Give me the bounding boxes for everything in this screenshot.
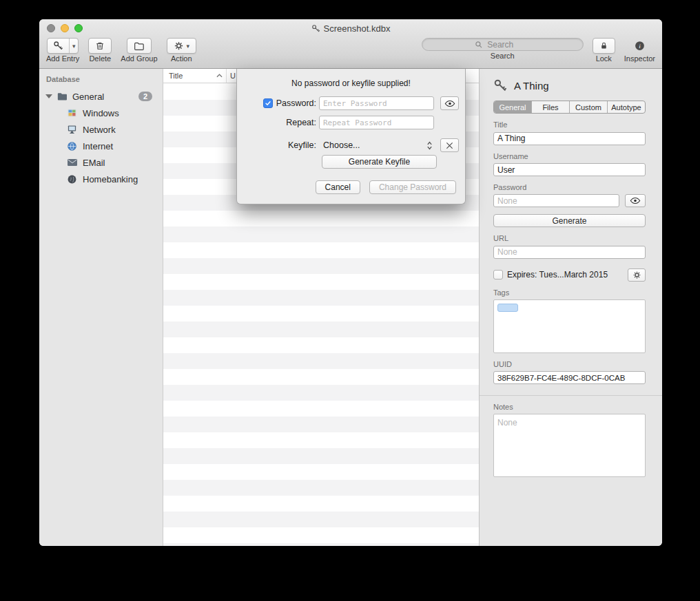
tab-autotype[interactable]: Autotype (607, 101, 645, 113)
toolbar: ▾ Add Entry Delete Add Group (39, 37, 662, 63)
inspector-label: Inspector (624, 54, 655, 63)
password-label: Password: (276, 98, 316, 108)
title-input[interactable] (493, 132, 646, 145)
sidebar-header: Database (39, 69, 163, 88)
window-chrome: Screenshot.kdbx ▾ Add Entry (39, 19, 662, 69)
sidebar-item-label: Homebanking (83, 174, 138, 184)
minimize-button[interactable] (61, 24, 69, 32)
sidebar-item-label: Internet (83, 141, 113, 151)
window-title: Screenshot.kdbx (324, 23, 391, 34)
url-field-label: URL (493, 234, 646, 242)
inspector-tabs: General Files Custom Autotype (493, 101, 646, 114)
tags-label: Tags (493, 288, 646, 297)
close-button[interactable] (47, 24, 55, 32)
search-label: Search (491, 52, 515, 60)
disclosure-triangle-icon[interactable] (45, 94, 52, 98)
stepper-icon (426, 140, 433, 151)
column-header-title[interactable]: Title (163, 69, 227, 83)
sidebar-item-general[interactable]: General 2 (39, 88, 163, 105)
lock-button[interactable] (593, 38, 615, 54)
svg-text:i: i (639, 43, 641, 50)
zoom-button[interactable] (74, 24, 83, 32)
delete-label: Delete (89, 54, 111, 63)
sort-ascending-icon (216, 74, 223, 78)
tab-files[interactable]: Files (531, 101, 569, 113)
add-entry-dropdown-arrow[interactable]: ▾ (69, 39, 79, 53)
add-entry-button[interactable]: ▾ (47, 38, 79, 54)
tab-label: Autotype (611, 103, 641, 112)
password-input[interactable] (319, 96, 434, 110)
chevron-down-icon: ▾ (72, 43, 76, 50)
tag-token[interactable] (497, 304, 518, 312)
change-password-sheet: No password or keyfile supplied! Passwor… (236, 69, 466, 204)
sidebar-item-network[interactable]: Network (39, 121, 163, 138)
eye-icon (444, 100, 455, 107)
sidebar-item-label: General (72, 92, 104, 102)
action-button[interactable]: ▾ (167, 38, 197, 54)
password-checkbox[interactable] (263, 98, 273, 108)
search-field[interactable] (422, 38, 584, 51)
computer-icon (67, 124, 79, 136)
repeat-row: Repeat: (246, 116, 456, 129)
expires-checkbox[interactable] (493, 270, 503, 280)
notes-box[interactable]: None (493, 414, 646, 477)
cancel-button[interactable]: Cancel (316, 180, 360, 194)
app-window: Screenshot.kdbx ▾ Add Entry (39, 19, 662, 546)
delete-tool: Delete (88, 38, 112, 63)
tab-custom[interactable]: Custom (569, 101, 607, 113)
notes-placeholder: None (497, 418, 517, 428)
tab-label: Custom (575, 103, 601, 112)
document-key-icon (311, 24, 320, 33)
eye-icon (630, 197, 641, 204)
sheet-message: No password or keyfile supplied! (246, 78, 456, 88)
sidebar-item-label: Network (83, 125, 116, 135)
inspector-button[interactable]: i (634, 38, 646, 54)
expires-row: Expires: Tues...March 2015 (493, 268, 646, 282)
column-header-username[interactable]: U (227, 72, 236, 80)
sidebar-item-internet[interactable]: Internet (39, 138, 163, 154)
entry-title: A Thing (514, 80, 549, 92)
clear-keyfile-button[interactable] (440, 138, 459, 152)
password-input[interactable] (493, 194, 619, 207)
cancel-label: Cancel (325, 182, 351, 192)
uuid-input[interactable] (493, 371, 646, 384)
gear-icon (174, 41, 184, 51)
sidebar-item-label: Windows (83, 108, 119, 118)
tab-general[interactable]: General (494, 101, 531, 113)
password-field-row (493, 194, 646, 207)
username-input[interactable] (493, 163, 646, 176)
repeat-label: Repeat: (286, 118, 316, 127)
change-password-label: Change Password (379, 182, 446, 192)
tab-label: General (499, 103, 526, 112)
folder-plus-icon (134, 41, 145, 51)
sidebar-item-homebanking[interactable]: Homebanking (39, 171, 163, 187)
reveal-password-button[interactable] (625, 194, 646, 207)
add-group-label: Add Group (121, 54, 157, 63)
search-icon (475, 41, 483, 49)
search-input[interactable] (486, 39, 530, 50)
keyfile-popup-value: Choose... (323, 140, 360, 150)
window-title-area: Screenshot.kdbx (39, 19, 662, 37)
url-input[interactable] (493, 246, 646, 259)
delete-button[interactable] (88, 38, 112, 54)
sidebar-item-email[interactable]: EMail (39, 154, 163, 171)
generate-password-button[interactable]: Generate (493, 214, 646, 227)
expires-settings-button[interactable] (628, 268, 646, 282)
reveal-password-button[interactable] (440, 96, 459, 110)
close-x-icon (446, 142, 453, 149)
add-group-button[interactable] (127, 38, 152, 54)
keyfile-label: Keyfile: (288, 140, 316, 150)
tags-box[interactable] (493, 299, 646, 353)
password-row: Password: (246, 96, 456, 110)
repeat-password-input[interactable] (319, 116, 434, 129)
uuid-label: UUID (493, 360, 646, 368)
action-tool: ▾ Action (167, 38, 197, 63)
sidebar-item-windows[interactable]: Windows (39, 105, 163, 121)
inspector-panel: A Thing General Files Custom Autotype Ti… (479, 69, 662, 546)
column-header-label: Title (169, 72, 183, 80)
windows-icon (67, 107, 79, 119)
generate-keyfile-button[interactable]: Generate Keyfile (322, 155, 437, 169)
sheet-actions: Cancel Change Password (246, 180, 456, 194)
keyfile-popup[interactable]: Choose... (319, 138, 434, 152)
divider (480, 395, 662, 396)
